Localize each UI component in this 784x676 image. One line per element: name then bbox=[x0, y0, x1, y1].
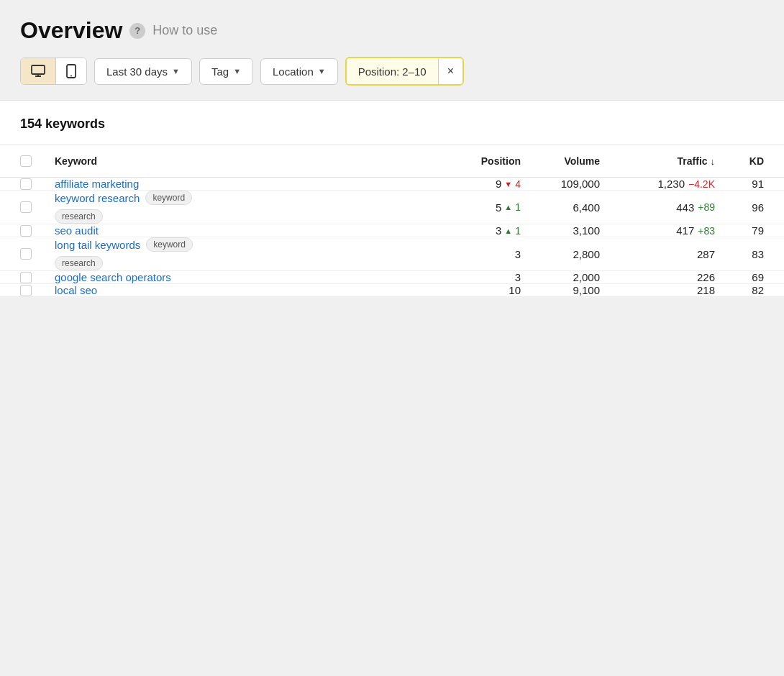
keyword-link[interactable]: seo audit bbox=[55, 224, 99, 237]
traffic-cell: 417+83 bbox=[611, 224, 726, 237]
device-toggle bbox=[20, 58, 87, 85]
volume-cell: 6,400 bbox=[532, 191, 611, 224]
row-checkbox[interactable] bbox=[20, 248, 32, 260]
tag-label: Tag bbox=[211, 65, 229, 78]
mobile-icon bbox=[66, 64, 76, 78]
kd-value: 83 bbox=[752, 248, 764, 260]
date-range-label: Last 30 days bbox=[106, 65, 168, 78]
row-checkbox[interactable] bbox=[20, 201, 32, 213]
tag-badge[interactable]: keyword bbox=[145, 191, 192, 205]
tag-arrow-icon: ▼ bbox=[233, 67, 241, 76]
trend-value: 4 bbox=[515, 178, 521, 190]
traffic-cell: 226 bbox=[611, 271, 726, 284]
trend-value: 1 bbox=[515, 201, 521, 213]
svg-rect-0 bbox=[32, 65, 45, 74]
kd-value: 91 bbox=[752, 178, 764, 190]
help-icon[interactable]: ? bbox=[129, 23, 145, 39]
volume-cell: 9,100 bbox=[532, 284, 611, 297]
position-cell: 10 bbox=[439, 284, 532, 297]
traffic-value: 226 bbox=[697, 271, 715, 283]
traffic-cell: 287 bbox=[611, 237, 726, 271]
desktop-device-button[interactable] bbox=[21, 58, 56, 84]
keyword-link[interactable]: keyword research bbox=[55, 192, 140, 204]
select-all-checkbox-header[interactable] bbox=[0, 145, 43, 178]
svg-point-4 bbox=[70, 76, 72, 77]
volume-value: 6,400 bbox=[573, 201, 600, 214]
kd-cell: 69 bbox=[726, 271, 784, 284]
position-cell: 3▲1 bbox=[439, 224, 532, 237]
how-to-use-link[interactable]: How to use bbox=[152, 23, 217, 38]
table-body: affiliate marketing9▼4109,0001,230−4.2K9… bbox=[0, 178, 784, 297]
kd-cell: 82 bbox=[726, 284, 784, 297]
trend-down-icon: ▼ bbox=[504, 180, 512, 188]
row-checkbox-cell bbox=[0, 178, 43, 191]
keyword-link[interactable]: long tail keywords bbox=[55, 239, 140, 251]
volume-cell: 109,000 bbox=[532, 178, 611, 191]
trend-up-icon: ▲ bbox=[504, 227, 512, 235]
volume-value: 3,100 bbox=[573, 224, 600, 237]
traffic-value: 443 bbox=[676, 201, 694, 214]
position-column-header: Position bbox=[439, 145, 532, 178]
traffic-cell: 1,230−4.2K bbox=[611, 178, 726, 191]
location-arrow-icon: ▼ bbox=[318, 67, 326, 76]
tag-badge[interactable]: research bbox=[55, 256, 103, 270]
volume-cell: 2,800 bbox=[532, 237, 611, 271]
traffic-change: +83 bbox=[698, 225, 715, 237]
traffic-sort-icon[interactable]: ↓ bbox=[711, 156, 716, 167]
row-checkbox[interactable] bbox=[20, 285, 32, 296]
kd-column-header: KD bbox=[726, 145, 784, 178]
traffic-column-header: Traffic ↓ bbox=[611, 145, 726, 178]
volume-column-header: Volume bbox=[532, 145, 611, 178]
keywords-count: 154 keywords bbox=[0, 101, 784, 145]
position-value: 10 bbox=[509, 284, 521, 296]
position-cell: 3 bbox=[439, 271, 532, 284]
row-checkbox-cell bbox=[0, 191, 43, 224]
row-checkbox[interactable] bbox=[20, 272, 32, 283]
header: Overview ? How to use bbox=[0, 0, 784, 57]
tag-filter[interactable]: Tag ▼ bbox=[199, 58, 253, 85]
volume-value: 9,100 bbox=[573, 284, 600, 296]
traffic-change: +89 bbox=[698, 201, 715, 213]
page-wrapper: Overview ? How to use Last 30 days bbox=[0, 0, 784, 297]
kd-cell: 96 bbox=[726, 191, 784, 224]
keyword-cell: google search operators bbox=[43, 271, 439, 284]
keyword-cell: seo audit bbox=[43, 224, 439, 237]
traffic-cell: 218 bbox=[611, 284, 726, 297]
date-range-filter[interactable]: Last 30 days ▼ bbox=[94, 58, 192, 85]
position-filter-close-button[interactable]: × bbox=[438, 58, 462, 84]
kd-cell: 79 bbox=[726, 224, 784, 237]
row-checkbox[interactable] bbox=[20, 225, 32, 237]
keywords-table: Keyword Position Volume Traffic ↓ KD bbox=[0, 145, 784, 297]
header-checkbox[interactable] bbox=[20, 155, 32, 167]
traffic-change: −4.2K bbox=[688, 178, 715, 190]
traffic-cell: 443+89 bbox=[611, 191, 726, 224]
location-label: Location bbox=[273, 65, 314, 78]
position-cell: 3 bbox=[439, 237, 532, 271]
table-row: affiliate marketing9▼4109,0001,230−4.2K9… bbox=[0, 178, 784, 191]
tag-badge[interactable]: research bbox=[55, 209, 103, 224]
row-checkbox[interactable] bbox=[20, 178, 32, 190]
row-checkbox-cell bbox=[0, 237, 43, 271]
row-checkbox-cell bbox=[0, 224, 43, 237]
position-filter-label: Position: 2–10 bbox=[347, 59, 438, 84]
position-cell: 9▼4 bbox=[439, 178, 532, 191]
kd-value: 82 bbox=[752, 284, 764, 296]
position-cell: 5▲1 bbox=[439, 191, 532, 224]
keyword-link[interactable]: local seo bbox=[55, 284, 97, 296]
location-filter[interactable]: Location ▼ bbox=[260, 58, 338, 85]
traffic-value: 218 bbox=[697, 284, 715, 296]
table-header-row: Keyword Position Volume Traffic ↓ KD bbox=[0, 145, 784, 178]
tag-badge[interactable]: keyword bbox=[146, 237, 193, 252]
position-filter: Position: 2–10 × bbox=[345, 57, 464, 86]
position-value: 9 bbox=[496, 178, 501, 190]
filter-bar: Last 30 days ▼ Tag ▼ Location ▼ Position… bbox=[0, 57, 784, 100]
mobile-device-button[interactable] bbox=[56, 58, 86, 84]
kd-value: 96 bbox=[752, 201, 764, 214]
keyword-link[interactable]: google search operators bbox=[55, 271, 171, 283]
table-row: keyword research keyword research 5▲16,4… bbox=[0, 191, 784, 224]
table-row: google search operators32,00022669 bbox=[0, 271, 784, 284]
page-title: Overview bbox=[20, 17, 122, 44]
volume-cell: 3,100 bbox=[532, 224, 611, 237]
keyword-link[interactable]: affiliate marketing bbox=[55, 178, 139, 190]
kd-cell: 83 bbox=[726, 237, 784, 271]
